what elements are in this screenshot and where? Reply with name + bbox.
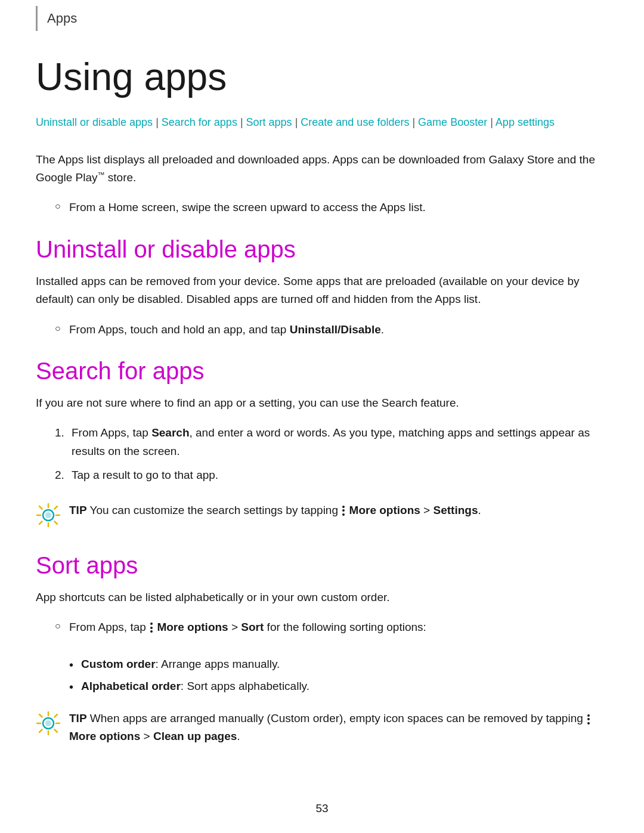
nav-link-game-booster[interactable]: Game Booster [418, 116, 487, 128]
svg-line-14 [39, 714, 42, 717]
list-item: 1. From Apps, tap Search, and enter a wo… [55, 424, 608, 460]
breadcrumb-label: Apps [47, 11, 77, 26]
page-number: 53 [0, 802, 644, 815]
nav-link-sort[interactable]: Sort apps [246, 116, 292, 128]
search-section-text: If you are not sure where to find an app… [36, 394, 608, 412]
sort-section-text: App shortcuts can be listed alphabetical… [36, 589, 608, 606]
list-item: From Apps, tap More options > Sort for t… [55, 618, 608, 636]
search-numbered-list: 1. From Apps, tap Search, and enter a wo… [36, 424, 608, 484]
nav-link-uninstall[interactable]: Uninstall or disable apps [36, 116, 153, 128]
section-heading-search: Search for apps [36, 358, 608, 385]
nav-link-search[interactable]: Search for apps [162, 116, 237, 128]
tip-icon [36, 710, 61, 739]
uninstall-section-text: Installed apps can be removed from your … [36, 272, 608, 309]
uninstall-bullet-list: From Apps, touch and hold an app, and ta… [36, 321, 608, 339]
svg-line-4 [39, 506, 42, 509]
tip-icon [36, 501, 61, 531]
section-heading-sort: Sort apps [36, 552, 608, 579]
intro-bullet-list: From a Home screen, swipe the screen upw… [36, 199, 608, 216]
list-item: From Apps, touch and hold an app, and ta… [55, 321, 608, 339]
breadcrumb: Apps [36, 6, 608, 31]
page-title: Using apps [36, 55, 608, 99]
svg-line-17 [39, 730, 42, 733]
nav-links: Uninstall or disable apps | Search for a… [36, 113, 608, 132]
three-dots-icon [150, 623, 153, 633]
svg-line-15 [55, 730, 58, 733]
three-dots-icon [342, 506, 345, 516]
tip-search: TIP You can customize the search setting… [36, 501, 608, 531]
svg-line-5 [55, 521, 58, 524]
nav-link-folders[interactable]: Create and use folders [301, 116, 409, 128]
svg-point-19 [45, 720, 51, 726]
intro-paragraph: The Apps list displays all preloaded and… [36, 151, 608, 187]
list-item: 2. Tap a result to go to that app. [55, 466, 608, 484]
nav-link-app-settings[interactable]: App settings [496, 116, 555, 128]
svg-point-9 [45, 512, 51, 518]
list-item: From a Home screen, swipe the screen upw… [55, 199, 608, 216]
sort-circle-list: From Apps, tap More options > Sort for t… [36, 618, 608, 636]
svg-line-7 [39, 521, 42, 524]
list-item: Custom order: Arrange apps manually. [69, 655, 608, 673]
svg-line-16 [55, 714, 58, 717]
three-dots-icon [587, 714, 590, 724]
svg-line-6 [55, 506, 58, 509]
tip-sort: TIP When apps are arranged manually (Cus… [36, 710, 608, 746]
section-heading-uninstall: Uninstall or disable apps [36, 236, 608, 263]
list-item: Alphabetical order: Sort apps alphabetic… [69, 677, 608, 695]
sort-sub-list: Custom order: Arrange apps manually. Alp… [36, 655, 608, 695]
